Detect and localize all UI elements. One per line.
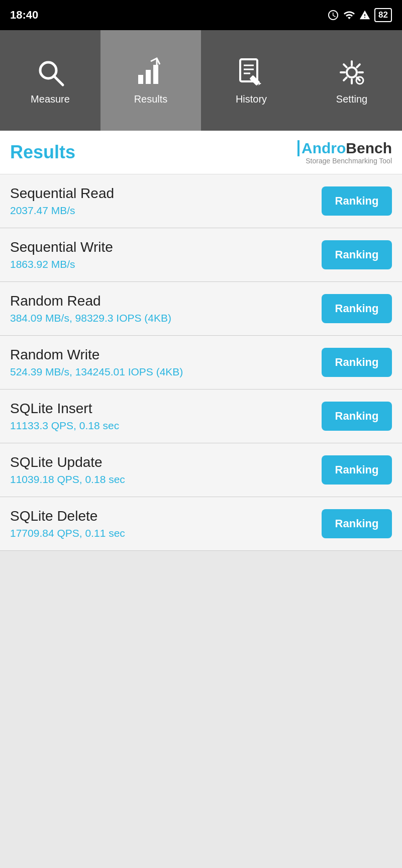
tab-setting-label: Setting (336, 93, 367, 105)
status-icons: 82 (327, 8, 392, 22)
battery-indicator: 82 (374, 8, 392, 22)
history-icon (235, 56, 267, 88)
svg-rect-2 (138, 75, 143, 84)
result-info-random-read: Random Read 384.09 MB/s, 98329.3 IOPS (4… (10, 293, 322, 324)
result-info-sqlite-delete: SQLite Delete 17709.84 QPS, 0.11 sec (10, 508, 322, 539)
result-row-sqlite-delete: SQLite Delete 17709.84 QPS, 0.11 sec Ran… (0, 497, 402, 551)
results-header: Results AndroBench Storage Benchmarking … (0, 131, 402, 174)
result-info-sequential-write: Sequential Write 1863.92 MB/s (10, 239, 322, 270)
ranking-btn-4[interactable]: Ranking (322, 402, 392, 431)
result-info-sequential-read: Sequential Read 2037.47 MB/s (10, 185, 322, 217)
result-row-sequential-write: Sequential Write 1863.92 MB/s Ranking (0, 228, 402, 282)
result-value-1: 1863.92 MB/s (10, 258, 322, 270)
svg-rect-3 (146, 70, 151, 84)
result-name-4: SQLite Insert (10, 401, 322, 417)
ranking-btn-3[interactable]: Ranking (322, 348, 392, 377)
status-bar: 18:40 82 (0, 0, 402, 30)
brand-sub-text: Storage Benchmarking Tool (306, 157, 392, 165)
result-value-2: 384.09 MB/s, 98329.3 IOPS (4KB) (10, 312, 322, 324)
result-info-sqlite-insert: SQLite Insert 11133.3 QPS, 0.18 sec (10, 401, 322, 432)
svg-point-12 (347, 67, 357, 77)
result-name-0: Sequential Read (10, 185, 322, 202)
tab-history[interactable]: History (201, 30, 301, 131)
ranking-btn-6[interactable]: Ranking (322, 509, 392, 538)
result-name-6: SQLite Delete (10, 508, 322, 524)
result-value-3: 524.39 MB/s, 134245.01 IOPS (4KB) (10, 366, 322, 378)
tab-measure-label: Measure (31, 93, 70, 105)
result-row-random-write: Random Write 524.39 MB/s, 134245.01 IOPS… (0, 336, 402, 390)
brand-accent-bar (297, 140, 299, 156)
result-row-sqlite-insert: SQLite Insert 11133.3 QPS, 0.18 sec Rank… (0, 390, 402, 443)
result-value-5: 11039.18 QPS, 0.18 sec (10, 473, 322, 486)
tab-measure[interactable]: Measure (0, 30, 100, 131)
results-list: Sequential Read 2037.47 MB/s Ranking Seq… (0, 174, 402, 551)
result-name-3: Random Write (10, 347, 322, 363)
result-row-sqlite-update: SQLite Update 11039.18 QPS, 0.18 sec Ran… (0, 443, 402, 497)
tab-results-label: Results (134, 93, 168, 105)
ranking-btn-0[interactable]: Ranking (322, 186, 392, 216)
ranking-btn-1[interactable]: Ranking (322, 240, 392, 269)
result-info-random-write: Random Write 524.39 MB/s, 134245.01 IOPS… (10, 347, 322, 378)
tab-bar: Measure Results (0, 30, 402, 131)
svg-line-1 (54, 76, 63, 85)
alert-icon (359, 9, 370, 21)
result-name-2: Random Read (10, 293, 322, 309)
result-value-6: 17709.84 QPS, 0.11 sec (10, 527, 322, 539)
measure-icon (34, 56, 66, 88)
result-value-4: 11133.3 QPS, 0.18 sec (10, 420, 322, 432)
result-name-5: SQLite Update (10, 454, 322, 470)
speed-icon (327, 9, 339, 21)
ranking-btn-5[interactable]: Ranking (322, 455, 392, 485)
results-page-title: Results (10, 142, 75, 163)
empty-area (0, 551, 402, 752)
brand-logo: AndroBench Storage Benchmarking Tool (297, 140, 392, 165)
result-info-sqlite-update: SQLite Update 11039.18 QPS, 0.18 sec (10, 454, 322, 486)
result-name-1: Sequential Write (10, 239, 322, 255)
result-value-0: 2037.47 MB/s (10, 205, 322, 217)
result-row-random-read: Random Read 384.09 MB/s, 98329.3 IOPS (4… (0, 282, 402, 336)
tab-history-label: History (236, 93, 267, 105)
tab-results[interactable]: Results (100, 30, 201, 131)
brand-name: AndroBench (301, 140, 392, 157)
ranking-btn-2[interactable]: Ranking (322, 294, 392, 323)
svg-rect-4 (153, 65, 158, 84)
status-time: 18:40 (10, 9, 38, 22)
result-row-sequential-read: Sequential Read 2037.47 MB/s Ranking (0, 174, 402, 228)
tab-setting[interactable]: Setting (301, 30, 402, 131)
results-icon (135, 56, 167, 88)
setting-icon (336, 56, 368, 88)
wifi-icon (343, 9, 355, 21)
